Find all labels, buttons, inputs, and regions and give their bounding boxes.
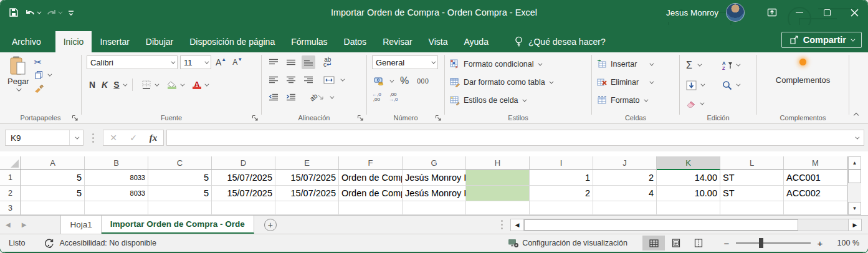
- bold-button[interactable]: N: [87, 78, 98, 92]
- cell-d2[interactable]: 15/07/2025: [212, 186, 275, 201]
- fill-dropdown[interactable]: [700, 82, 705, 87]
- column-header-j[interactable]: J: [593, 156, 657, 170]
- cell-k3[interactable]: [657, 201, 720, 215]
- find-select-dropdown[interactable]: [736, 82, 740, 87]
- zoom-percentage[interactable]: 100 %: [827, 239, 859, 247]
- tab-datos[interactable]: Datos: [336, 31, 375, 52]
- vertical-scroll-thumb[interactable]: [848, 169, 861, 183]
- horizontal-scrollbar[interactable]: [524, 219, 848, 231]
- italic-button[interactable]: K: [99, 78, 110, 92]
- cell-d3[interactable]: [212, 201, 275, 215]
- cell-g2[interactable]: Jesús Monroy I: [403, 186, 466, 201]
- decrease-decimal-button[interactable]: ,00→,0: [389, 92, 398, 102]
- column-header-a[interactable]: A: [21, 156, 85, 170]
- tab-disposicion[interactable]: Disposición de página: [181, 31, 283, 52]
- row-header-3[interactable]: 3: [0, 201, 21, 215]
- format-cells-dropdown[interactable]: [644, 97, 648, 102]
- cut-button[interactable]: ✂: [34, 58, 50, 67]
- font-name-select[interactable]: Calibri: [87, 55, 178, 69]
- cell-l2[interactable]: ST: [720, 186, 784, 201]
- fuente-dialog-launcher[interactable]: [252, 115, 259, 122]
- cell-i2[interactable]: 2: [530, 186, 593, 201]
- column-header-d[interactable]: D: [212, 156, 275, 170]
- cell-m3[interactable]: [784, 201, 847, 215]
- formula-input[interactable]: [166, 130, 849, 146]
- formula-bar-resize-handle[interactable]: [92, 133, 94, 143]
- fill-button[interactable]: [686, 77, 722, 93]
- fill-color-dropdown[interactable]: [180, 82, 184, 86]
- expand-formula-bar-button[interactable]: [855, 135, 859, 139]
- insert-cells-button[interactable]: Insertar: [592, 56, 679, 72]
- underline-button[interactable]: S: [112, 78, 122, 92]
- addins-button[interactable]: Complementos: [776, 75, 830, 85]
- view-page-break-button[interactable]: [687, 236, 710, 251]
- font-size-select[interactable]: 11: [180, 55, 211, 69]
- view-page-layout-button[interactable]: [665, 236, 687, 251]
- orientation-button[interactable]: ab: [308, 90, 326, 104]
- sort-filter-dropdown[interactable]: [736, 62, 740, 67]
- conditional-formatting-dropdown[interactable]: [538, 61, 542, 65]
- column-header-c[interactable]: C: [148, 156, 212, 170]
- cell-k1[interactable]: 14.00: [657, 170, 720, 186]
- cell-b1[interactable]: 8033: [85, 170, 148, 186]
- status-display-settings[interactable]: Configuración de visualización: [522, 239, 627, 247]
- increase-decimal-button[interactable]: ←,0,00: [372, 92, 381, 102]
- format-cells-button[interactable]: Formato: [592, 92, 679, 108]
- cell-styles-button[interactable]: Estilos de celda: [445, 92, 591, 108]
- cell-j3[interactable]: [593, 201, 657, 215]
- horizontal-scroll-thumb[interactable]: [524, 219, 798, 231]
- tab-vista[interactable]: Vista: [421, 31, 456, 52]
- conditional-formatting-button[interactable]: ≠ Formato condicional: [445, 56, 591, 72]
- paste-dropdown[interactable]: [17, 86, 22, 91]
- alineacion-dialog-launcher[interactable]: [357, 115, 364, 122]
- cell-f1[interactable]: Orden de Compra: [339, 170, 403, 186]
- name-box[interactable]: K9: [5, 130, 83, 146]
- underline-dropdown[interactable]: [123, 82, 127, 86]
- tab-ayuda[interactable]: Ayuda: [455, 31, 496, 52]
- numero-dialog-launcher[interactable]: [435, 115, 442, 122]
- cell-a3[interactable]: [21, 201, 85, 215]
- decrease-indent-button[interactable]: [267, 90, 280, 104]
- cell-f2[interactable]: Orden de Compra: [339, 186, 403, 201]
- cell-a2[interactable]: 5: [21, 186, 85, 201]
- cell-i1[interactable]: 1: [530, 170, 593, 186]
- zoom-in-button[interactable]: +: [813, 238, 827, 249]
- sheet-tab-importar-active[interactable]: Importar Orden de Compra - Orde: [102, 216, 254, 234]
- cell-i3[interactable]: [530, 201, 593, 215]
- tab-inicio[interactable]: Inicio: [55, 31, 92, 52]
- cell-h1-highlighted[interactable]: [466, 170, 530, 186]
- hscroll-left-button[interactable]: ◀: [510, 219, 524, 231]
- cell-g1[interactable]: Jesús Monroy I: [403, 170, 466, 186]
- autosum-button[interactable]: Σ: [686, 56, 722, 74]
- collapse-ribbon-button[interactable]: [854, 113, 859, 118]
- zoom-out-button[interactable]: −: [720, 238, 733, 249]
- orientation-dropdown[interactable]: [330, 94, 335, 98]
- column-header-f[interactable]: F: [339, 156, 403, 170]
- portapapeles-dialog-launcher[interactable]: [72, 115, 79, 122]
- merge-center-button[interactable]: [322, 73, 336, 87]
- cell-c2[interactable]: 5: [148, 186, 212, 201]
- new-sheet-button[interactable]: +: [264, 219, 277, 231]
- scroll-up-button[interactable]: ▲: [848, 156, 861, 169]
- column-header-h[interactable]: H: [466, 156, 530, 170]
- zoom-slider[interactable]: [736, 242, 811, 244]
- cell-c3[interactable]: [148, 201, 212, 215]
- align-right-button[interactable]: [302, 73, 315, 87]
- cell-k2[interactable]: 10.00: [657, 186, 720, 201]
- insert-cells-dropdown[interactable]: [650, 61, 654, 65]
- name-box-dropdown[interactable]: [75, 135, 79, 139]
- cell-f3[interactable]: [339, 201, 403, 215]
- number-format-select[interactable]: General: [372, 55, 438, 69]
- scroll-down-button[interactable]: ▼: [848, 202, 861, 215]
- hscroll-right-button[interactable]: ▶: [848, 219, 862, 231]
- format-painter-button[interactable]: [34, 84, 44, 93]
- clear-dropdown[interactable]: [700, 100, 704, 105]
- column-header-i[interactable]: I: [530, 156, 593, 170]
- cell-m1[interactable]: ACC001: [784, 170, 847, 186]
- tab-revisar[interactable]: Revisar: [374, 31, 420, 52]
- sheet-nav-right-icon[interactable]: ▶: [16, 216, 32, 234]
- format-as-table-dropdown[interactable]: [549, 79, 553, 84]
- autosum-dropdown[interactable]: [697, 62, 702, 67]
- borders-button[interactable]: [140, 78, 153, 92]
- copy-button[interactable]: [34, 70, 50, 80]
